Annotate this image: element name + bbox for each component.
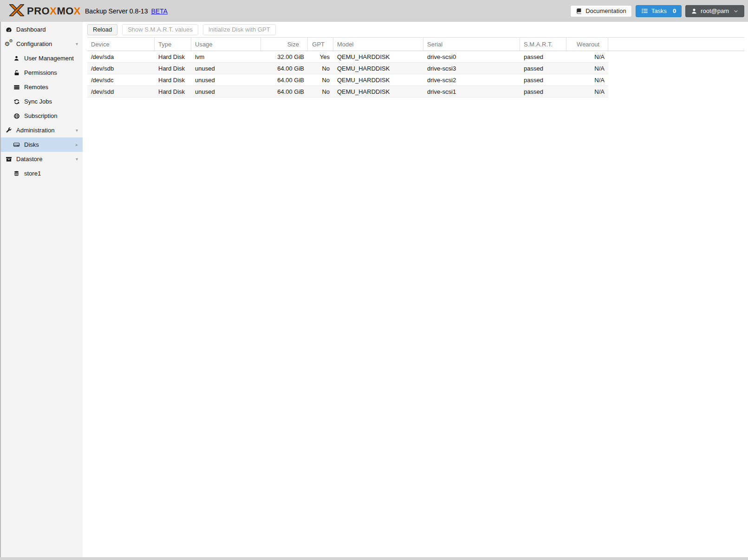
sidebar-item-label: Dashboard (16, 26, 46, 33)
grid-header: DeviceTypeUsageSizeGPTModelSerialS.M.A.R… (87, 37, 744, 51)
sidebar-item-label: Disks (24, 141, 39, 148)
hdd-icon (13, 141, 20, 148)
sidebar-item-disks[interactable]: Disks▸ (0, 137, 83, 152)
archive-icon (5, 156, 13, 163)
sidebar-item-administration[interactable]: Administration▾ (0, 123, 83, 137)
cell-size: 64.00 GiB (261, 74, 308, 85)
server-icon (13, 84, 20, 91)
column-header-filler (608, 38, 744, 51)
cell-s-m-a-r-t: passed (520, 74, 566, 85)
product-title: Backup Server 0.8-13 (85, 7, 148, 15)
database-icon (13, 170, 20, 177)
user-icon (691, 8, 697, 14)
cell-s-m-a-r-t: passed (520, 51, 566, 62)
disk-row-dev-sdb[interactable]: /dev/sdbHard Diskunused64.00 GiBNoQEMU_H… (87, 63, 608, 74)
tasks-label: Tasks (651, 7, 667, 14)
grid-body: /dev/sdaHard Disklvm32.00 GiBYesQEMU_HAR… (87, 51, 608, 98)
sidebar-item-configuration[interactable]: ⚙⚙Configuration▾ (0, 37, 83, 51)
column-header-type[interactable]: Type (155, 38, 191, 51)
collapse-arrow-icon[interactable]: ▾ (74, 157, 78, 162)
sidebar-item-datastore[interactable]: Datastore▾ (0, 152, 83, 166)
sidebar-item-store1[interactable]: store1 (0, 166, 83, 181)
tasks-count-badge: 0 (673, 7, 676, 14)
cell-model: QEMU_HARDDISK (333, 51, 423, 62)
cell-serial: drive-scsi1 (423, 86, 520, 97)
cell-usage: lvm (191, 51, 261, 62)
window-left-edge (0, 22, 1, 557)
cell-size: 32.00 GiB (261, 51, 308, 62)
disk-row-dev-sda[interactable]: /dev/sdaHard Disklvm32.00 GiBYesQEMU_HAR… (87, 51, 608, 63)
sidebar-item-label: Administration (16, 127, 54, 134)
cell-wearout: N/A (566, 86, 608, 97)
cell-gpt: No (308, 74, 333, 85)
column-header-s-m-a-r-t[interactable]: S.M.A.R.T. (520, 38, 566, 51)
dashboard-icon (5, 26, 13, 33)
cell-model: QEMU_HARDDISK (333, 63, 423, 74)
sidebar-item-label: Subscription (24, 112, 58, 119)
reload-button[interactable]: Reload (87, 24, 117, 35)
column-header-model[interactable]: Model (333, 38, 423, 51)
documentation-label: Documentation (585, 7, 626, 14)
window-bottom-edge (0, 557, 748, 560)
cell-gpt: No (308, 86, 333, 97)
sync-icon (13, 98, 20, 105)
expand-chevron-icon[interactable]: ▸ (74, 143, 78, 147)
cell-type: Hard Disk (155, 74, 191, 85)
proxmox-x-icon (8, 3, 25, 19)
tasks-button[interactable]: Tasks 0 (636, 5, 682, 17)
documentation-button[interactable]: Documentation (570, 5, 631, 17)
sidebar-item-permissions[interactable]: Permissions (0, 65, 83, 80)
header-actions: Documentation Tasks 0 root@pam (570, 5, 744, 17)
column-header-usage[interactable]: Usage (191, 38, 261, 51)
disk-row-dev-sdd[interactable]: /dev/sddHard Diskunused64.00 GiBNoQEMU_H… (87, 86, 608, 98)
sidebar-item-remotes[interactable]: Remotes (0, 80, 83, 94)
content-panel: ReloadShow S.M.A.R.T. valuesInitialize D… (85, 22, 748, 557)
cell-device: /dev/sda (87, 51, 155, 62)
sidebar-item-subscription[interactable]: Subscription (0, 109, 83, 123)
cell-size: 64.00 GiB (261, 63, 308, 74)
sidebar-item-user-management[interactable]: User Management (0, 51, 83, 65)
cell-model: QEMU_HARDDISK (333, 74, 423, 85)
cell-type: Hard Disk (155, 63, 191, 74)
book-icon (576, 8, 582, 14)
user-menu-button[interactable]: root@pam (685, 5, 744, 17)
column-header-device[interactable]: Device (87, 38, 155, 51)
unlock-icon (13, 70, 20, 76)
sidebar-item-label: store1 (24, 170, 41, 177)
username-label: root@pam (701, 7, 729, 14)
cell-usage: unused (191, 63, 261, 74)
cell-device: /dev/sdb (87, 63, 155, 74)
cell-serial: drive-scsi3 (423, 63, 520, 74)
task-list-icon (641, 7, 648, 14)
life-ring-icon (13, 113, 20, 119)
cell-serial: drive-scsi2 (423, 74, 520, 85)
toolbar: ReloadShow S.M.A.R.T. valuesInitialize D… (85, 22, 748, 37)
sidebar-item-label: User Management (24, 55, 74, 62)
column-header-size[interactable]: Size (261, 38, 308, 51)
column-header-wearout[interactable]: Wearout (566, 38, 608, 51)
proxmox-logo: PROXMOX (8, 3, 81, 19)
cell-model: QEMU_HARDDISK (333, 86, 423, 97)
cell-gpt: No (308, 63, 333, 74)
beta-link[interactable]: BETA (151, 7, 168, 15)
sidebar-item-sync-jobs[interactable]: Sync Jobs (0, 94, 83, 109)
disks-grid: DeviceTypeUsageSizeGPTModelSerialS.M.A.R… (87, 37, 748, 98)
column-header-gpt[interactable]: GPT (308, 38, 333, 51)
cell-wearout: N/A (566, 63, 608, 74)
sidebar-item-label: Remotes (24, 84, 48, 91)
cell-s-m-a-r-t: passed (520, 86, 566, 97)
cell-wearout: N/A (566, 51, 608, 62)
sidebar-item-label: Sync Jobs (24, 98, 52, 105)
sidebar-item-dashboard[interactable]: Dashboard (0, 22, 83, 37)
show-smart-values-button: Show S.M.A.R.T. values (122, 24, 198, 35)
sidebar-item-label: Datastore (16, 156, 42, 163)
sidebar-item-label: Permissions (24, 69, 57, 76)
collapse-arrow-icon[interactable]: ▾ (74, 128, 78, 133)
cell-s-m-a-r-t: passed (520, 63, 566, 74)
cell-serial: drive-scsi0 (423, 51, 520, 62)
column-header-serial[interactable]: Serial (423, 38, 520, 51)
cell-device: /dev/sdc (87, 74, 155, 85)
collapse-arrow-icon[interactable]: ▾ (74, 42, 78, 46)
disk-row-dev-sdc[interactable]: /dev/sdcHard Diskunused64.00 GiBNoQEMU_H… (87, 74, 608, 86)
wrench-icon (5, 127, 13, 134)
